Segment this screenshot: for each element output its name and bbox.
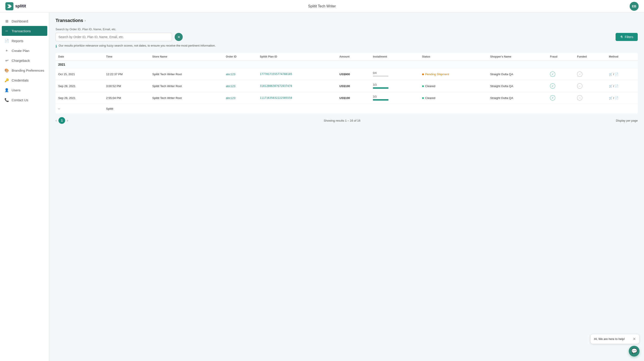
table-row: 2021 (56, 61, 638, 68)
chat-icon: 💬 (631, 348, 637, 354)
next-page-button[interactable]: › (67, 118, 68, 122)
table-header: DateTimeStore NameOrder IDSplitit Plan I… (56, 53, 638, 61)
sidebar-item-reports[interactable]: 📄 Reports (0, 36, 49, 46)
clear-search-button[interactable]: ✕ (175, 33, 183, 41)
row-4-cell-5 (337, 104, 370, 114)
transactions-table: DateTimeStore NameOrder IDSplitit Plan I… (56, 53, 638, 114)
results-text: Showing results 1 – 16 of 16 (324, 119, 360, 122)
table-row: Oct 15, 202112:22:37 PMSplitit Tech Writ… (56, 68, 638, 80)
prev-page-button[interactable]: ‹ (56, 118, 57, 122)
pagination-controls: ‹ 1 › (56, 117, 68, 124)
row-2-plan-id[interactable]: 31812806387672837478 (257, 80, 336, 92)
filters-button[interactable]: ⚗ Filters (616, 33, 638, 41)
row-1-method[interactable]: 🛒 / 📄 (606, 68, 638, 80)
reports-icon: 📄 (4, 38, 9, 43)
breadcrumb-title: Transactions (56, 18, 83, 23)
sidebar-label-transactions: Transactions (12, 29, 31, 33)
sidebar-label-chargeback: Chargeback (12, 59, 30, 62)
sidebar-item-credentials[interactable]: 🔑 Credentials (0, 75, 49, 85)
row-1-date: Oct 15, 2021 (56, 68, 104, 80)
sidebar: ⊞ Dashboard ↔ Transactions 📄 Reports + C… (0, 12, 49, 361)
row-3-amount: US$100 (337, 92, 370, 104)
sidebar-item-branding-preferences[interactable]: 🎨 Branding Preferences (0, 66, 49, 75)
row-4-cell-0: – (56, 104, 104, 114)
page-1-button[interactable]: 1 (58, 117, 65, 124)
row-2-store: Splitit Tech Writer Root (150, 80, 223, 92)
transactions-icon: ↔ (4, 29, 9, 33)
col-header-funded: Funded (574, 53, 606, 61)
row-3-plan-id[interactable]: 11171635832222585558 (257, 92, 336, 104)
row-1-status: Pending Shipment (420, 68, 488, 80)
avatar[interactable]: EB (630, 2, 639, 11)
row-4-cell-8 (488, 104, 547, 114)
row-2-date: Sep 28, 2021 (56, 80, 104, 92)
col-header-time: Time (104, 53, 150, 61)
top-header: splitit Splitit Tech Writer EB (0, 0, 644, 12)
sidebar-item-transactions[interactable]: ↔ Transactions (2, 26, 47, 36)
row-4-cell-1: Splitit (104, 104, 150, 114)
row-4-cell-2 (150, 104, 223, 114)
search-row: ✕ ⚗ Filters (56, 33, 638, 41)
row-1-funded: – (574, 68, 606, 80)
breadcrumb-arrow: › (84, 18, 86, 22)
row-2-time: 3:00:52 PM (104, 80, 150, 92)
sidebar-item-dashboard[interactable]: ⊞ Dashboard (0, 16, 49, 26)
col-header-method: Method (606, 53, 638, 61)
info-banner: ℹ Our results prioritize relevance using… (56, 44, 638, 48)
dashboard-icon: ⊞ (4, 19, 9, 23)
sidebar-item-chargeback[interactable]: ↩ Chargeback (0, 56, 49, 66)
sidebar-label-credentials: Credentials (12, 78, 29, 82)
row-3-installment: 3/3 (370, 92, 419, 104)
table-row: –Splitit (56, 104, 638, 114)
row-1-fraud: ✓ (547, 68, 574, 80)
sidebar-label-reports: Reports (12, 39, 24, 43)
search-input[interactable] (56, 33, 172, 41)
row-3-store: Splitit Tech Writer Root (150, 92, 223, 104)
row-4-cell-7 (420, 104, 488, 114)
chat-bubble: Hi, We are here to help! ✕ (590, 334, 640, 344)
splitit-logo-icon (5, 2, 14, 10)
col-header-order-id: Order ID (223, 53, 257, 61)
col-header-installment: Installment (370, 53, 419, 61)
sidebar-label-contact-us: Contact Us (12, 98, 28, 102)
breadcrumb: Transactions › (56, 18, 638, 23)
main-content: Transactions › Search by Order ID, Plan … (49, 12, 644, 361)
sidebar-label-users: Users (12, 88, 20, 92)
row-3-status: Cleared (420, 92, 488, 104)
row-2-status: Cleared (420, 80, 488, 92)
header-title: Splitit Tech Writer (308, 4, 336, 8)
row-2-funded: – (574, 80, 606, 92)
row-3-funded: – (574, 92, 606, 104)
row-2-method[interactable]: 🛒 / 📄 (606, 80, 638, 92)
app-body: ⊞ Dashboard ↔ Transactions 📄 Reports + C… (0, 12, 644, 361)
row-2-order-id[interactable]: abc123 (223, 80, 257, 92)
year-row-cell: 2021 (56, 61, 638, 68)
row-2-fraud: ✓ (547, 80, 574, 92)
filter-icon: ⚗ (620, 35, 623, 39)
chat-close-button[interactable]: ✕ (633, 337, 636, 341)
sidebar-item-create-plan[interactable]: + Create Plan (0, 46, 49, 56)
row-4-cell-6 (370, 104, 419, 114)
chat-open-button[interactable]: 💬 (629, 346, 640, 356)
row-3-shopper-name: Straight Outta QA (488, 92, 547, 104)
row-4-cell-3 (223, 104, 257, 114)
branding-preferences-icon: 🎨 (4, 68, 9, 72)
sidebar-label-dashboard: Dashboard (12, 19, 28, 23)
row-1-order-id[interactable]: abc123 (223, 68, 257, 80)
row-2-installment: 3/3 (370, 80, 419, 92)
row-1-plan-id[interactable]: 17770171555774788185 (257, 68, 336, 80)
table-row: Sep 28, 20213:00:52 PMSplitit Tech Write… (56, 80, 638, 92)
col-header-date: Date (56, 53, 104, 61)
credentials-icon: 🔑 (4, 78, 9, 82)
col-header-status: Status (420, 53, 488, 61)
row-4-cell-11 (606, 104, 638, 114)
search-hint: Search by Order ID, Plan ID, Name, Email… (56, 28, 638, 31)
sidebar-item-users[interactable]: 👤 Users (0, 85, 49, 95)
row-3-fraud: ✓ (547, 92, 574, 104)
col-header-shopper-s-name: Shopper's Name (488, 53, 547, 61)
info-icon: ℹ (56, 44, 57, 48)
row-3-method[interactable]: 🛒 / 📄 (606, 92, 638, 104)
sidebar-item-contact-us[interactable]: 📞 Contact Us (0, 95, 49, 105)
row-3-order-id[interactable]: abc123 (223, 92, 257, 104)
row-1-time: 12:22:37 PM (104, 68, 150, 80)
